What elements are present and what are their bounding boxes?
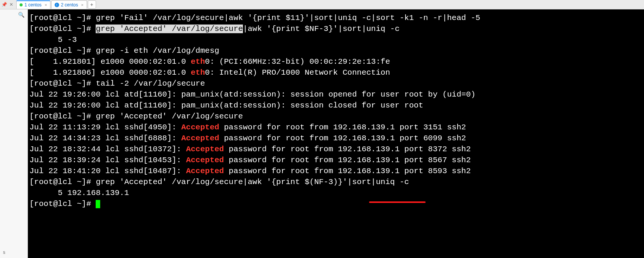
match-accepted: Accepted	[186, 167, 224, 175]
info-dot-icon: !	[55, 3, 59, 7]
tab-2-centos[interactable]: ! 2 centos ×	[51, 0, 87, 9]
status-dot-icon	[20, 3, 23, 6]
prompt: [root@lcl ~]#	[29, 79, 96, 88]
match-accepted: Accepted	[181, 123, 219, 132]
prompt: [root@lcl ~]#	[29, 200, 96, 208]
selected-text: grep 'Accepted' /var/log/secure	[96, 25, 243, 33]
output-line: password for root from 192.168.139.1 por…	[219, 134, 466, 143]
terminal[interactable]: [root@lcl ~]# grep 'Fail' /var/log/secur…	[28, 9, 644, 258]
prompt: [root@lcl ~]#	[29, 25, 96, 33]
output-line: password for root from 192.168.139.1 por…	[224, 167, 471, 175]
sidebar-bottom-label: s	[2, 248, 7, 256]
match-accepted: Accepted	[181, 134, 219, 143]
tab-close-icon[interactable]: ×	[81, 3, 83, 7]
tab-1-centos[interactable]: 1 centos ×	[16, 0, 50, 9]
output-line: 5 -3	[29, 35, 77, 44]
output-line: 0: (PCI:66MHz:32-bit) 00:0c:29:2e:13:fe	[205, 57, 390, 66]
cmd-line-3: grep -i eth /var/log/dmesg	[96, 46, 219, 55]
main-area: 🔍 s [root@lcl ~]# grep 'Fail' /var/log/s…	[0, 9, 644, 258]
match-eth: eth	[191, 57, 205, 66]
sidebar: 🔍 s	[0, 9, 28, 258]
output-line: password for root from 192.168.139.1 por…	[224, 156, 471, 164]
tab-close-icon[interactable]: ×	[44, 3, 47, 7]
output-line: Jul 22 11:13:29 lcl sshd[4950]:	[29, 123, 181, 132]
output-line: Jul 22 18:41:20 lcl sshd[10487]:	[29, 167, 186, 175]
output-line: [ 1.921806] e1000 0000:02:01.0	[29, 68, 191, 77]
match-accepted: Accepted	[186, 145, 224, 154]
close-panel-icon[interactable]: ✕	[9, 2, 13, 7]
hand-drawn-underline-annotation	[369, 201, 426, 203]
prompt: [root@lcl ~]#	[29, 14, 96, 22]
output-line: password for root from 192.168.139.1 por…	[219, 123, 466, 132]
match-eth: eth	[191, 68, 205, 77]
output-line: Jul 22 18:39:24 lcl sshd[10453]:	[29, 156, 186, 164]
prompt: [root@lcl ~]#	[29, 46, 96, 55]
output-line: 5 192.168.139.1	[29, 189, 129, 197]
output-line: password for root from 192.168.139.1 por…	[224, 145, 471, 154]
add-tab-button[interactable]: +	[88, 0, 96, 9]
cursor-icon	[96, 200, 100, 208]
cmd-line-4: tail -2 /var/log/secure	[96, 79, 205, 88]
output-line: Jul 22 18:32:44 lcl sshd[10372]:	[29, 145, 186, 154]
output-line: 0: Intel(R) PRO/1000 Network Connection	[205, 68, 390, 77]
prompt: [root@lcl ~]#	[29, 112, 96, 121]
tab-label: 2 centos	[61, 2, 78, 8]
cmd-line-1: grep 'Fail' /var/log/secure|awk '{print …	[96, 14, 480, 22]
search-icon[interactable]: 🔍	[18, 12, 24, 18]
cmd-line-6: grep 'Accepted' /var/log/secure|awk '{pr…	[96, 178, 409, 186]
match-accepted: Accepted	[186, 156, 224, 164]
output-line: [ 1.921801] e1000 0000:02:01.0	[29, 57, 191, 66]
pin-icon[interactable]: 📌	[2, 2, 7, 7]
cmd-line-5: grep 'Accepted' /var/log/secure	[96, 112, 243, 121]
output-line: Jul 22 19:26:00 lcl atd[11160]: pam_unix…	[29, 90, 476, 99]
output-line: Jul 22 19:26:00 lcl atd[11160]: pam_unix…	[29, 101, 423, 110]
prompt: [root@lcl ~]#	[29, 178, 96, 186]
cmd-line-2-rest: |awk '{print $NF-3}'|sort|uniq -c	[243, 25, 400, 33]
tab-label: 1 centos	[24, 2, 41, 8]
tab-bar: 📌 ✕ 1 centos × ! 2 centos × +	[0, 0, 644, 9]
output-line: Jul 22 14:34:23 lcl sshd[6888]:	[29, 134, 181, 143]
